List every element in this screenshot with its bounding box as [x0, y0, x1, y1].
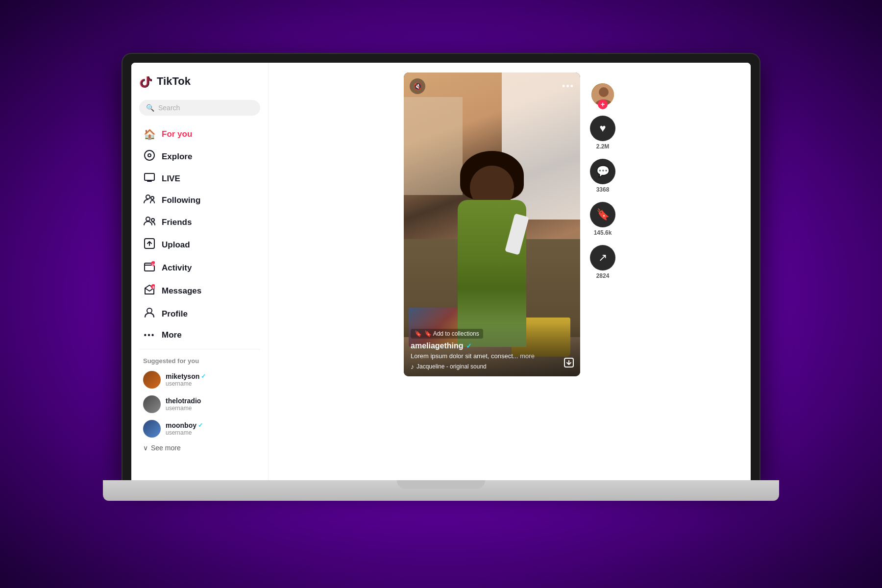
comment-button-group[interactable]: 💬 3368 [590, 159, 615, 193]
video-container[interactable]: 🔇 ••• 🔖 🔖 Add to collections [404, 73, 580, 376]
upload-icon [143, 238, 156, 251]
suggested-user-miketyson[interactable]: miketyson ✓ username [139, 368, 260, 392]
nav-item-live[interactable]: LIVE [139, 168, 260, 189]
more-options-button[interactable]: ••• [562, 81, 574, 92]
suggested-info-miketyson: miketyson ✓ username [166, 372, 206, 387]
nav-label-activity: Activity [162, 263, 192, 273]
audio-info[interactable]: ♪ Jacqueline - original sound [411, 363, 573, 370]
nav-item-for-you[interactable]: 🏠 For you [139, 123, 260, 145]
laptop-wrapper: TikTok 🔍 Search 🏠 For you [103, 54, 779, 534]
bookmark-button-group[interactable]: 🔖 145.6k [590, 202, 615, 236]
action-buttons: + ♥ 2.2M 💬 [590, 73, 615, 279]
nav-label-messages: Messages [162, 286, 201, 296]
bookmark-icon: 🔖 [415, 330, 422, 337]
more-icon: ••• [143, 331, 156, 340]
nav-label-for-you: For you [162, 129, 192, 139]
avatar-moonboy [143, 420, 161, 438]
suggested-info-thelotradio: thelotradio username [166, 397, 201, 412]
nav-item-profile[interactable]: Profile [139, 302, 260, 325]
verified-icon-moonboy: ✓ [198, 422, 203, 429]
friends-icon [143, 216, 156, 228]
follow-creator-button[interactable]: + [590, 82, 615, 107]
suggested-name-moonboy: moonboy ✓ [166, 421, 203, 429]
nav-item-more[interactable]: ••• More [139, 325, 260, 345]
laptop-screen: TikTok 🔍 Search 🏠 For you [131, 63, 751, 480]
nav-item-following[interactable]: Following [139, 189, 260, 211]
see-more-button[interactable]: ∨ See more [139, 441, 260, 455]
share-icon: ↗ [598, 251, 607, 264]
suggested-user-moonboy[interactable]: moonboy ✓ username [139, 416, 260, 441]
bookmark-action-icon: 🔖 [596, 208, 610, 221]
sidebar-divider [139, 349, 260, 349]
nav-label-profile: Profile [162, 309, 188, 319]
creator-verified-icon: ✓ [466, 342, 472, 350]
logo-area[interactable]: TikTok [139, 73, 260, 90]
nav-label-following: Following [162, 196, 200, 205]
live-icon [143, 173, 156, 184]
svg-point-5 [146, 217, 150, 221]
add-to-collections-button[interactable]: 🔖 🔖 Add to collections [411, 329, 483, 339]
share-count: 2824 [596, 272, 610, 279]
creator-name[interactable]: ameliagething ✓ [411, 342, 573, 350]
video-description: Lorem ipsum dolor sit amet, consect... m… [411, 352, 573, 360]
nav-item-friends[interactable]: Friends [139, 211, 260, 233]
share-button[interactable]: ↗ [590, 245, 615, 270]
video-card: 🔇 ••• 🔖 🔖 Add to collections [404, 73, 580, 376]
save-to-device-button[interactable] [564, 357, 574, 370]
app-logo-text: TikTok [157, 75, 191, 88]
share-button-group[interactable]: ↗ 2824 [590, 245, 615, 279]
suggested-username-thelotradio: username [166, 405, 201, 412]
avatar-thelotradio [143, 395, 161, 413]
svg-text:9: 9 [152, 286, 154, 289]
heart-icon: ♥ [599, 122, 606, 135]
mute-icon: 🔇 [414, 82, 422, 90]
search-icon: 🔍 [146, 104, 154, 112]
avatar-miketyson [143, 371, 161, 389]
nav-item-upload[interactable]: Upload [139, 233, 260, 256]
nav-item-explore[interactable]: Explore [139, 145, 260, 168]
suggested-username-moonboy: username [166, 429, 203, 436]
explore-icon [143, 150, 156, 163]
svg-point-3 [146, 195, 150, 199]
chevron-down-icon: ∨ [143, 444, 148, 452]
search-placeholder-text: Search [158, 104, 180, 112]
nav-item-activity[interactable]: 24 Activity [139, 256, 260, 279]
svg-point-0 [145, 150, 154, 160]
nav-label-more: More [162, 330, 182, 340]
svg-point-17 [599, 87, 609, 97]
nav-list: 🏠 For you Explore LIVE [139, 123, 260, 345]
suggested-username-miketyson: username [166, 380, 206, 387]
svg-point-1 [148, 154, 151, 157]
suggested-name-thelotradio: thelotradio [166, 397, 201, 405]
activity-icon: 24 [143, 261, 156, 274]
like-button[interactable]: ♥ [590, 116, 615, 141]
profile-icon [143, 307, 156, 320]
svg-point-4 [151, 196, 154, 199]
bookmark-count: 145.6k [594, 229, 612, 236]
sidebar: TikTok 🔍 Search 🏠 For you [131, 63, 269, 480]
bookmark-button[interactable]: 🔖 [590, 202, 615, 227]
nav-label-live: LIVE [162, 174, 180, 184]
suggested-heading: Suggested for you [139, 353, 260, 368]
verified-icon-miketyson: ✓ [201, 373, 206, 380]
description-more-link[interactable]: more [520, 352, 535, 360]
search-box[interactable]: 🔍 Search [139, 100, 260, 116]
like-button-group[interactable]: ♥ 2.2M [590, 116, 615, 150]
svg-point-14 [147, 308, 152, 313]
suggested-name-miketyson: miketyson ✓ [166, 372, 206, 380]
laptop-screen-frame: TikTok 🔍 Search 🏠 For you [122, 54, 760, 480]
video-feed: 🔇 ••• 🔖 🔖 Add to collections [404, 73, 615, 376]
suggested-info-moonboy: moonboy ✓ username [166, 421, 203, 436]
comment-button[interactable]: 💬 [590, 159, 615, 184]
laptop-base [103, 480, 779, 501]
home-icon: 🏠 [143, 128, 156, 140]
like-count: 2.2M [596, 143, 610, 150]
nav-label-upload: Upload [162, 240, 190, 250]
svg-text:24: 24 [152, 263, 155, 266]
suggested-user-thelotradio[interactable]: thelotradio username [139, 392, 260, 416]
nav-label-explore: Explore [162, 152, 192, 162]
nav-item-messages[interactable]: 9 Messages [139, 279, 260, 302]
follow-plus-icon: + [598, 99, 608, 109]
scene-background-cream [404, 97, 463, 195]
mute-button[interactable]: 🔇 [410, 78, 425, 94]
